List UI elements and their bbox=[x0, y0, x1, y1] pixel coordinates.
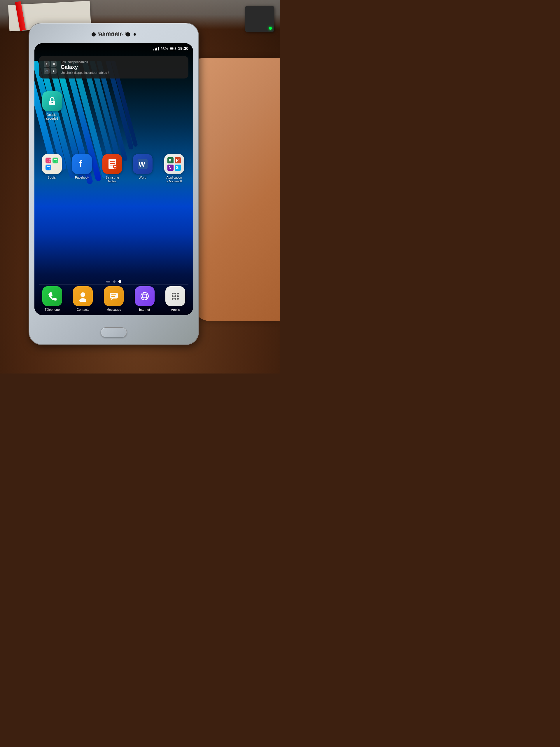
internet-label: Internet bbox=[139, 308, 150, 312]
app-messages[interactable]: Messages bbox=[101, 286, 127, 312]
notification-text: Les indispensables Galaxy Un choix d'app… bbox=[61, 60, 184, 74]
svg-rect-32 bbox=[110, 293, 118, 299]
svg-point-48 bbox=[177, 298, 179, 300]
app-contacts[interactable]: Contacts bbox=[70, 286, 96, 312]
app-row-main: Social f Facebook bbox=[34, 154, 193, 183]
app-word[interactable]: W Word bbox=[130, 154, 156, 183]
svg-point-31 bbox=[79, 298, 86, 302]
svg-point-30 bbox=[80, 292, 85, 297]
app-facebook[interactable]: f Facebook bbox=[69, 154, 95, 183]
speaker-grille bbox=[99, 33, 123, 35]
phone-handset-icon bbox=[47, 291, 58, 302]
svg-text:W: W bbox=[138, 160, 145, 168]
microsoft-icon[interactable]: X P N S bbox=[164, 154, 184, 174]
svg-point-40 bbox=[172, 293, 174, 294]
page-indicators bbox=[106, 280, 121, 283]
svg-marker-33 bbox=[110, 299, 113, 300]
apps-grid-icon bbox=[170, 291, 181, 302]
notif-icon-game: 🎮 bbox=[44, 68, 50, 74]
app-applis[interactable]: Applis bbox=[162, 286, 188, 312]
front-camera bbox=[91, 32, 96, 36]
microsoft-label: Applications Microsoft bbox=[166, 176, 182, 183]
globe-icon bbox=[139, 291, 150, 302]
notification-icon-grid: ★ ▦ 🎮 ▶ bbox=[44, 61, 57, 74]
notif-icon-grid-sq: ▦ bbox=[51, 61, 57, 67]
applis-icon[interactable] bbox=[165, 286, 185, 306]
samsung-notes-icon[interactable] bbox=[102, 154, 122, 174]
app-social[interactable]: Social bbox=[39, 154, 65, 183]
lock-icon bbox=[47, 96, 57, 106]
svg-rect-1 bbox=[176, 48, 176, 49]
contacts-person-icon bbox=[77, 291, 88, 302]
internet-icon[interactable] bbox=[135, 286, 155, 306]
microsoft-apps-icon: X P N S bbox=[167, 157, 181, 171]
page-dot-3 bbox=[118, 280, 121, 283]
word-icon[interactable]: W bbox=[133, 154, 153, 174]
messages-label: Messages bbox=[106, 308, 121, 312]
svg-point-4 bbox=[52, 102, 53, 103]
dossier-securise-label: Dossiersécurisé bbox=[46, 113, 58, 121]
app-telephone[interactable]: Téléphone bbox=[39, 286, 65, 312]
svg-point-41 bbox=[175, 293, 176, 294]
battery-icon bbox=[170, 47, 176, 50]
signal-bars bbox=[153, 46, 159, 50]
notification-card[interactable]: ★ ▦ 🎮 ▶ Les indispensables Galaxy Un cho… bbox=[39, 56, 188, 78]
svg-point-42 bbox=[177, 293, 179, 294]
messages-bubble-icon bbox=[108, 291, 119, 302]
page-dot-2 bbox=[113, 280, 115, 283]
notification-subtitle: Les indispensables bbox=[61, 60, 184, 63]
svg-point-43 bbox=[172, 295, 174, 297]
time-display: 19:30 bbox=[178, 46, 188, 51]
dossier-securise-icon[interactable] bbox=[42, 91, 62, 111]
app-microsoft[interactable]: X P N S Ap bbox=[160, 154, 189, 183]
signal-bar-1 bbox=[153, 49, 154, 50]
svg-text:N: N bbox=[168, 165, 171, 170]
scene: SAMSUNG bbox=[0, 0, 280, 374]
notif-icon-play: ▶ bbox=[51, 68, 57, 74]
svg-point-44 bbox=[175, 295, 176, 297]
notification-title: Galaxy bbox=[61, 64, 184, 70]
contacts-label: Contacts bbox=[77, 308, 89, 312]
dock: Téléphone Contacts bbox=[34, 286, 193, 312]
svg-point-45 bbox=[177, 295, 179, 297]
svg-point-46 bbox=[172, 298, 174, 300]
signal-bar-3 bbox=[156, 48, 157, 50]
notif-icon-star: ★ bbox=[44, 61, 50, 67]
app-dossier-securise[interactable]: Dossiersécurisé bbox=[39, 91, 65, 121]
app-internet[interactable]: Internet bbox=[132, 286, 158, 312]
notes-icon bbox=[106, 158, 118, 170]
telephone-label: Téléphone bbox=[45, 308, 60, 312]
status-bar: 63% 19:30 bbox=[34, 43, 193, 54]
hand bbox=[192, 58, 280, 321]
svg-point-7 bbox=[50, 159, 50, 160]
signal-bar-2 bbox=[155, 48, 156, 50]
svg-rect-5 bbox=[46, 158, 51, 163]
phone-body: SAMSUNG bbox=[29, 23, 198, 344]
contacts-icon[interactable] bbox=[73, 286, 93, 306]
social-icon[interactable] bbox=[42, 154, 62, 174]
messages-icon[interactable] bbox=[104, 286, 124, 306]
applis-label: Applis bbox=[171, 308, 180, 312]
home-button[interactable] bbox=[101, 327, 127, 337]
word-label: Word bbox=[139, 176, 146, 179]
svg-point-37 bbox=[143, 292, 147, 300]
dossier-securise-wrapper: Dossiersécurisé bbox=[39, 91, 65, 121]
social-label: Social bbox=[48, 176, 56, 179]
telephone-icon[interactable] bbox=[42, 286, 62, 306]
signal-bar-4 bbox=[158, 47, 159, 50]
notification-description: Un choix d'apps incontournables ! bbox=[61, 71, 184, 74]
facebook-icon[interactable]: f bbox=[72, 154, 92, 174]
status-icons: 63% 19:30 bbox=[153, 46, 188, 51]
camera-area bbox=[73, 29, 155, 40]
charger bbox=[245, 6, 274, 32]
svg-text:X: X bbox=[168, 158, 171, 162]
battery-percentage: 63% bbox=[160, 46, 168, 51]
screen: 63% 19:30 ★ ▦ 🎮 ▶ bbox=[34, 43, 193, 315]
sensor bbox=[126, 32, 130, 36]
app-samsung-notes[interactable]: SamsungNotes bbox=[99, 154, 126, 183]
svg-text:P: P bbox=[176, 158, 179, 162]
phone-chassis: SAMSUNG bbox=[29, 23, 198, 344]
word-logo-icon: W bbox=[136, 158, 149, 170]
social-apps-icon bbox=[45, 157, 59, 171]
facebook-label: Facebook bbox=[75, 176, 89, 179]
